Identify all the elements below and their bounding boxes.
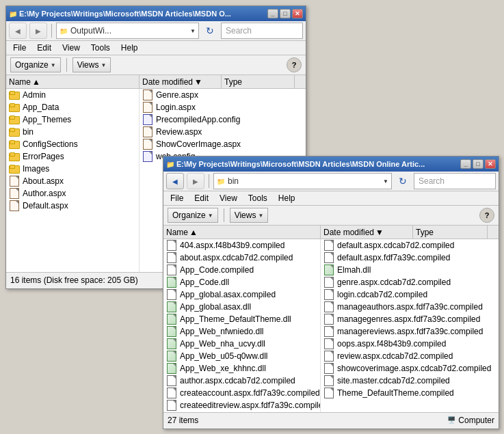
menu-help-1[interactable]: Help xyxy=(120,42,140,53)
menu-edit-2[interactable]: Edit xyxy=(193,193,210,204)
compiled-icon xyxy=(166,375,177,386)
list-item[interactable]: site.master.cdcab7d2.compiled xyxy=(321,375,499,387)
maximize-btn-2[interactable]: □ xyxy=(473,159,483,169)
help-btn-1[interactable]: ? xyxy=(287,57,302,72)
minimize-btn-2[interactable]: _ xyxy=(460,159,471,169)
minimize-btn-1[interactable]: _ xyxy=(267,9,278,18)
list-item[interactable]: Genre.aspx xyxy=(140,89,306,101)
list-item[interactable]: Login.aspx xyxy=(140,101,306,113)
organize-btn-2[interactable]: Organize ▼ xyxy=(168,208,218,223)
list-item[interactable]: managereviews.aspx.fdf7a39c.compiled xyxy=(321,325,499,338)
list-item[interactable]: App_global.asax.compiled xyxy=(163,288,320,301)
back-btn-2[interactable]: ◀ xyxy=(166,173,184,189)
list-item[interactable]: oops.aspx.f48b43b9.compiled xyxy=(321,338,499,350)
close-btn-1[interactable]: ✕ xyxy=(292,9,303,18)
list-item[interactable]: Default.aspx xyxy=(6,200,139,212)
list-item[interactable]: createeditreview.aspx.fdf7a39c.compiled xyxy=(163,399,320,411)
views-btn-2[interactable]: Views ▼ xyxy=(230,208,269,223)
title-bar-2: 📁 E:\My Projects\Writings\Microsoft\MSDN… xyxy=(163,157,499,172)
back-btn-1[interactable]: ◀ xyxy=(9,23,27,39)
list-item[interactable]: About.aspx xyxy=(6,175,139,187)
list-item[interactable]: bin xyxy=(6,126,139,138)
organize-btn-1[interactable]: Organize ▼ xyxy=(10,57,61,72)
forward-btn-1[interactable]: ▶ xyxy=(29,23,47,39)
menu-view-2[interactable]: View xyxy=(218,193,239,204)
list-item[interactable]: default.aspx.cdcab7d2.compiled xyxy=(321,239,499,252)
list-item[interactable]: review.aspx.cdcab7d2.compiled xyxy=(321,350,499,362)
col-type-2[interactable]: Type xyxy=(413,226,488,239)
status-right-2: 🖥️ Computer xyxy=(447,416,494,425)
list-item[interactable]: App_Data xyxy=(6,101,139,113)
menu-edit-1[interactable]: Edit xyxy=(36,42,53,53)
list-item[interactable]: App_Theme_DefaultTheme.dll xyxy=(163,313,320,325)
menu-view-1[interactable]: View xyxy=(61,42,81,53)
window1-title: E:\My Projects\Writings\Microsoft\MSDN A… xyxy=(19,10,231,18)
col-type-1[interactable]: Type xyxy=(222,75,295,88)
list-item[interactable]: about.aspx.cdcab7d2.compiled xyxy=(163,252,320,264)
list-item[interactable]: Images xyxy=(6,163,139,175)
list-item[interactable]: App_Web_xe_khhnc.dll xyxy=(163,362,320,375)
col-name-2[interactable]: Name ▲ xyxy=(163,226,321,239)
list-item[interactable]: managegenres.aspx.fdf7a39c.compiled xyxy=(321,313,499,325)
list-item[interactable]: Review.aspx xyxy=(140,126,306,138)
list-item[interactable]: App_Code.compiled xyxy=(163,264,320,276)
col-name-1[interactable]: Name ▲ xyxy=(6,75,140,88)
address-dropdown-2[interactable]: ▼ xyxy=(383,178,388,185)
help-btn-2[interactable]: ? xyxy=(479,208,494,223)
list-item[interactable]: App_Code.dll xyxy=(163,276,320,288)
title-bar-controls-2: _ □ ✕ xyxy=(460,159,496,169)
config-icon xyxy=(142,114,153,125)
list-item[interactable]: App_global.asax.dll xyxy=(163,301,320,313)
organize-arrow-1: ▼ xyxy=(51,62,56,68)
dll-icon xyxy=(166,277,177,288)
list-item[interactable]: Elmah.dll xyxy=(321,264,499,276)
list-item[interactable]: 404.aspx.f48b43b9.compiled xyxy=(163,239,320,252)
views-arrow-2: ▼ xyxy=(258,213,263,219)
list-item[interactable]: App_Web_u05-q0ww.dll xyxy=(163,350,320,362)
list-item[interactable]: login.cdcab7d2.compiled xyxy=(321,288,499,301)
compiled-icon xyxy=(323,301,334,312)
list-item[interactable]: Admin xyxy=(6,89,139,101)
refresh-btn-1[interactable]: ↻ xyxy=(202,23,218,39)
list-item[interactable]: Author.aspx xyxy=(6,187,139,200)
refresh-btn-2[interactable]: ↻ xyxy=(395,173,411,189)
list-item[interactable]: App_Web_nfwniedo.dll xyxy=(163,325,320,338)
search-box-1[interactable]: Search xyxy=(221,23,303,39)
maximize-btn-1[interactable]: □ xyxy=(280,9,291,18)
list-item[interactable]: default.aspx.fdf7a39c.compiled xyxy=(321,252,499,264)
list-item[interactable]: PrecompiledApp.config xyxy=(140,113,306,126)
list-item[interactable]: showcoverimage.aspx.cdcab7d2.compiled xyxy=(321,362,499,375)
menu-tools-2[interactable]: Tools xyxy=(247,193,269,204)
views-label-1: Views xyxy=(77,60,99,70)
menu-help-2[interactable]: Help xyxy=(277,193,297,204)
aspx-icon xyxy=(142,90,153,100)
address-dropdown-1[interactable]: ▼ xyxy=(190,28,196,34)
list-item[interactable]: createaccount.aspx.fdf7a39c.compiled xyxy=(163,387,320,399)
compiled-icon xyxy=(166,240,177,251)
views-btn-1[interactable]: Views ▼ xyxy=(72,57,111,72)
close-btn-2[interactable]: ✕ xyxy=(485,159,496,169)
menu-file-1[interactable]: File xyxy=(12,42,27,53)
list-item[interactable]: author.aspx.cdcab7d2.compiled xyxy=(163,375,320,387)
menu-tools-1[interactable]: Tools xyxy=(90,42,111,53)
window2-title: E:\My Projects\Writings\Microsoft\MSDN A… xyxy=(176,160,425,168)
list-item[interactable]: App_Themes xyxy=(6,113,139,126)
search-box-2[interactable]: Search xyxy=(414,173,496,189)
compiled-icon xyxy=(323,252,334,263)
address-text-1: OutputWi... xyxy=(70,26,187,36)
list-item[interactable]: genre.aspx.cdcab7d2.compiled xyxy=(321,276,499,288)
forward-btn-2[interactable]: ▶ xyxy=(187,173,204,189)
address-bar-1[interactable]: 📁 OutputWi... ▼ xyxy=(56,23,199,39)
address-bar-2[interactable]: 📁 bin ▼ xyxy=(213,173,392,189)
list-item[interactable]: Theme_DefaultTheme.compiled xyxy=(321,387,499,399)
list-item[interactable]: ConfigSections xyxy=(6,138,139,150)
config-icon xyxy=(142,151,153,162)
list-item[interactable]: manageauthors.aspx.fdf7a39c.compiled xyxy=(321,301,499,313)
menu-file-2[interactable]: File xyxy=(169,193,185,204)
compiled-icon xyxy=(323,363,334,374)
list-item[interactable]: ErrorPages xyxy=(6,150,139,163)
list-item[interactable]: App_Web_nha_ucvy.dll xyxy=(163,338,320,350)
list-item[interactable]: ShowCoverImage.aspx xyxy=(140,138,306,150)
col-date-2[interactable]: Date modified ▼ xyxy=(321,226,413,239)
col-date-1[interactable]: Date modified ▼ xyxy=(140,75,222,88)
